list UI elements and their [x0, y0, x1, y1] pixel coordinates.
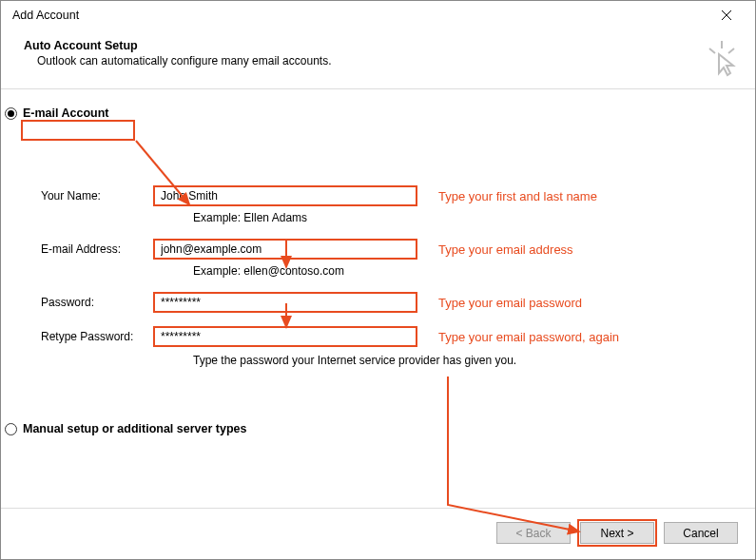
row-your-name: Your Name: Type your first and last name: [41, 184, 707, 207]
radio-icon: [5, 107, 17, 120]
radio-manual-label: Manual setup or additional server types: [23, 422, 246, 435]
annotation-name: Type your first and last name: [438, 189, 597, 203]
button-row: < Back Next > Cancel: [1, 522, 755, 544]
row-password: Password: Type your email password: [41, 291, 707, 314]
retype-label: Retype Password:: [41, 330, 153, 343]
name-example: Example: Ellen Adams: [193, 211, 707, 224]
annotation-password: Type your email password: [438, 296, 582, 310]
radio-email-account[interactable]: E-mail Account: [5, 106, 109, 120]
footer-rule: [1, 508, 755, 509]
password-label: Password:: [41, 296, 153, 309]
titlebar: Add Account: [1, 1, 755, 29]
email-label: E-mail Address:: [41, 242, 153, 256]
name-label: Your Name:: [41, 189, 153, 203]
radio-email-label: E-mail Account: [23, 106, 109, 120]
password-note: Type the password your Internet service …: [193, 354, 707, 367]
header-subtitle: Outlook can automatically configure many…: [24, 54, 732, 68]
password-input[interactable]: [153, 292, 417, 313]
wizard-footer: < Back Next > Cancel: [1, 508, 755, 559]
wizard-cursor-icon: [706, 39, 738, 77]
row-email: E-mail Address: Type your email address: [41, 238, 707, 261]
svg-line-3: [709, 48, 715, 53]
retype-password-input[interactable]: [153, 326, 417, 347]
radio-manual-setup[interactable]: Manual setup or additional server types: [5, 422, 246, 435]
row-retype-password: Retype Password: Type your email passwor…: [41, 325, 707, 348]
email-input[interactable]: [153, 239, 417, 260]
close-button[interactable]: [708, 2, 746, 29]
wizard-header: Auto Account Setup Outlook can automatic…: [1, 29, 755, 88]
back-button: < Back: [496, 522, 571, 544]
header-title: Auto Account Setup: [24, 39, 732, 52]
next-button[interactable]: Next >: [580, 522, 654, 544]
window-title: Add Account: [12, 9, 708, 22]
annotation-email: Type your email address: [438, 242, 573, 257]
radio-icon: [5, 423, 17, 435]
email-example: Example: ellen@contoso.com: [193, 264, 707, 278]
account-form: Your Name: Type your first and last name…: [41, 184, 707, 367]
cancel-button[interactable]: Cancel: [664, 522, 738, 544]
close-icon: [721, 10, 732, 21]
annotation-retype: Type your email password, again: [438, 330, 619, 344]
add-account-dialog: Add Account Auto Account Setup Outlook c…: [0, 0, 756, 560]
wizard-content: E-mail Account Manual setup or additiona…: [1, 89, 755, 508]
name-input[interactable]: [153, 185, 417, 206]
svg-line-4: [728, 48, 734, 53]
